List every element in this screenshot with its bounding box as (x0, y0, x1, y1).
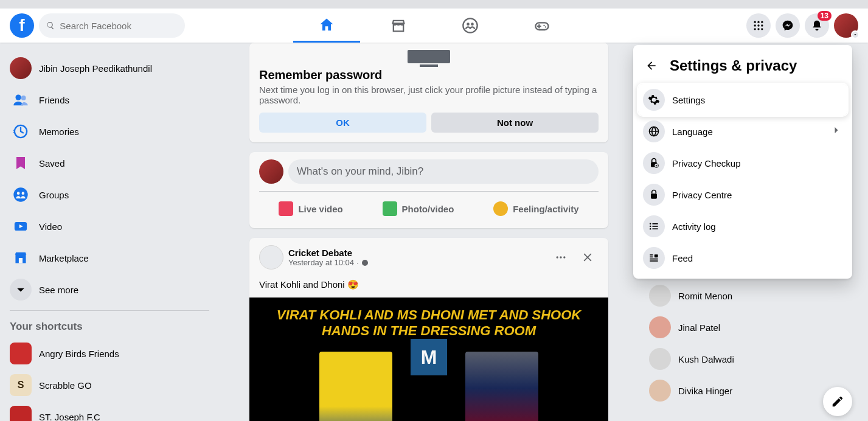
friends-icon (10, 89, 32, 111)
composer-input[interactable]: What's on your mind, Jibin? (288, 159, 599, 184)
feeling-label: Feeling/activity (513, 204, 578, 214)
lock-icon (643, 184, 665, 206)
settings-item-activity-log[interactable]: Activity log (638, 211, 847, 242)
sidebar-item-saved[interactable]: Saved (5, 147, 214, 179)
sidebar-item-profile[interactable]: Jibin Joseph Peedikathundil (5, 52, 214, 84)
marketplace-icon (10, 247, 32, 269)
svg-point-2 (471, 23, 474, 26)
svg-point-18 (22, 192, 25, 195)
remember-subtitle: Next time you log in on this browser, ju… (259, 85, 599, 105)
svg-rect-36 (650, 257, 653, 258)
post-image-headline2: HANDS IN THE DRESSING ROOM (322, 323, 536, 339)
search-wrap[interactable] (39, 13, 185, 38)
svg-point-30 (650, 226, 651, 228)
notifications-button[interactable]: 13 (805, 13, 829, 38)
svg-rect-28 (651, 193, 657, 198)
search-input[interactable] (60, 21, 178, 31)
post-menu-button[interactable] (550, 246, 572, 268)
feed-icon (643, 247, 665, 269)
tab-home[interactable] (293, 9, 360, 43)
ok-button[interactable]: OK (259, 113, 426, 133)
settings-privacy-panel: Settings & privacy Settings Language Pri… (633, 45, 852, 279)
messenger-button[interactable] (776, 13, 800, 38)
tab-marketplace[interactable] (365, 9, 432, 43)
sidebar-item-marketplace[interactable]: Marketplace (5, 242, 214, 274)
svg-point-8 (757, 24, 759, 26)
contact-item[interactable]: Jinal Patel (644, 311, 851, 343)
nav-center-tabs (293, 9, 575, 43)
shortcuts-title: Your shortcuts (5, 316, 214, 338)
contact-name: Kush Dalwadi (678, 354, 734, 364)
svg-point-23 (560, 256, 561, 258)
svg-point-21 (362, 260, 368, 266)
live-video-label: Live video (298, 204, 342, 214)
photo-icon (383, 201, 397, 216)
facebook-logo[interactable]: f (10, 13, 34, 38)
sidebar-item-label: Jibin Joseph Peedikathundil (39, 63, 152, 74)
svg-point-1 (467, 23, 470, 26)
svg-point-5 (757, 21, 759, 23)
composer-separator (259, 191, 599, 192)
svg-point-11 (757, 28, 759, 30)
composer-avatar[interactable] (259, 159, 283, 184)
contact-avatar (649, 348, 671, 370)
menu-button[interactable] (746, 13, 771, 38)
sidebar-item-memories[interactable]: Memories (5, 116, 214, 147)
shortcut-angrybirds[interactable]: Angry Birds Friends (5, 338, 214, 369)
svg-point-17 (17, 192, 20, 195)
contacts-list: Romit Menon Jinal Patel Kush Dalwadi Div… (644, 280, 851, 406)
sidebar-item-label: Marketplace (39, 253, 89, 263)
compose-fab[interactable] (823, 387, 852, 416)
contact-item[interactable]: Divika Hinger (644, 375, 851, 406)
svg-point-14 (21, 96, 26, 100)
globe-icon (361, 259, 369, 266)
sidebar-item-label: Video (39, 221, 62, 232)
settings-item-label: Privacy Checkup (672, 158, 842, 169)
post-text: Virat Kohli and Dhoni 😍 (249, 277, 608, 297)
remember-title: Remember password (259, 68, 599, 82)
contact-avatar (649, 380, 671, 402)
messenger-icon (782, 19, 794, 32)
svg-rect-34 (653, 228, 658, 229)
close-icon (582, 251, 594, 263)
live-video-button[interactable]: Live video (271, 197, 350, 221)
svg-point-12 (761, 28, 763, 30)
lock-check-icon (643, 152, 665, 174)
sidebar-item-groups[interactable]: Groups (5, 179, 214, 211)
sidebar-item-friends[interactable]: Friends (5, 84, 214, 116)
settings-item-language[interactable]: Language (638, 116, 847, 147)
bell-icon (811, 19, 823, 32)
tab-gaming[interactable] (509, 9, 575, 43)
contact-item[interactable]: Romit Menon (644, 280, 851, 311)
svg-rect-38 (650, 260, 658, 262)
feed-post: Cricket Debate Yesterday at 10:04 · Vira… (249, 238, 608, 421)
settings-item-settings[interactable]: Settings (638, 84, 847, 116)
shortcut-stjoseph[interactable]: ST. Joseph F.C (5, 401, 214, 421)
shortcut-scrabble[interactable]: S Scrabble GO (5, 369, 214, 401)
photo-video-button[interactable]: Photo/video (375, 197, 462, 221)
settings-item-privacy-checkup[interactable]: Privacy Checkup (638, 147, 847, 179)
svg-rect-35 (650, 254, 653, 256)
post-image[interactable]: VIRAT KOHLI AND MS DHONI MET AND SHOOK H… (249, 297, 608, 421)
chevron-right-icon (830, 124, 842, 139)
sidebar-item-video[interactable]: Video (5, 211, 214, 242)
post-author-avatar[interactable] (259, 245, 283, 270)
feeling-activity-button[interactable]: Feeling/activity (486, 197, 586, 221)
shortcut-label: Scrabble GO (39, 380, 92, 391)
settings-item-label: Settings (672, 95, 842, 105)
contact-item[interactable]: Kush Dalwadi (644, 343, 851, 375)
notnow-button[interactable]: Not now (431, 113, 599, 133)
shortcut-icon (10, 406, 32, 421)
account-avatar[interactable] (834, 13, 858, 38)
back-button[interactable] (641, 55, 662, 77)
chevron-down-icon (853, 32, 858, 37)
post-author-name[interactable]: Cricket Debate (288, 248, 369, 258)
settings-item-privacy-centre[interactable]: Privacy Centre (638, 179, 847, 211)
sidebar-item-seemore[interactable]: See more (5, 274, 214, 305)
post-close-button[interactable] (577, 246, 599, 268)
post-image-logo: M (411, 339, 447, 375)
svg-rect-39 (654, 254, 658, 257)
left-sidebar: Jibin Joseph Peedikathundil Friends Memo… (0, 43, 219, 421)
tab-groups[interactable] (437, 9, 504, 43)
settings-item-feed[interactable]: Feed (638, 242, 847, 274)
